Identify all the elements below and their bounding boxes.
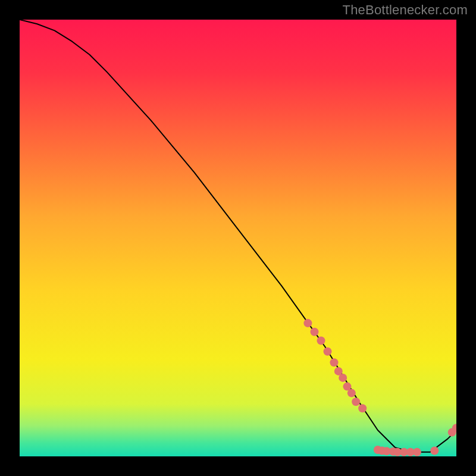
- data-point: [352, 397, 360, 406]
- chart-background-gradient: [20, 20, 456, 456]
- data-point: [339, 374, 347, 382]
- data-point: [330, 358, 339, 367]
- data-point: [358, 404, 367, 412]
- data-point: [303, 319, 312, 327]
- data-point: [317, 337, 325, 345]
- data-point: [413, 448, 421, 456]
- data-point: [347, 389, 356, 397]
- watermark-text: TheBottlenecker.com: [343, 2, 468, 18]
- chart-plot-area: [20, 20, 456, 456]
- data-point: [311, 328, 319, 336]
- chart-frame: TheBottlenecker.com: [0, 0, 476, 476]
- data-point: [324, 347, 332, 356]
- chart-svg: [20, 20, 456, 456]
- data-point: [430, 447, 439, 455]
